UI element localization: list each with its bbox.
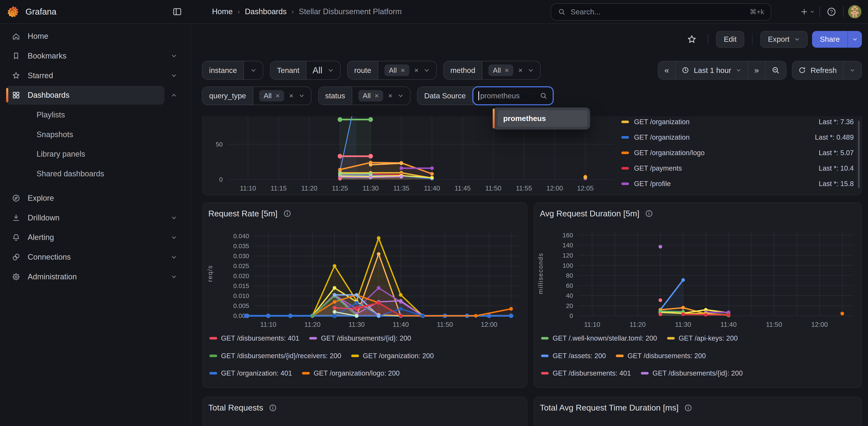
sidebar-item-starred[interactable]: Starred bbox=[6, 66, 164, 85]
legend-item[interactable]: GET /disbursements/{id}: 200 bbox=[641, 369, 743, 377]
filter-chevron[interactable] bbox=[250, 67, 257, 73]
legend-series-label[interactable]: GET /organization/logo bbox=[634, 149, 814, 157]
grafana-logo[interactable]: Grafana bbox=[6, 5, 56, 19]
chip-remove-icon[interactable]: × bbox=[375, 92, 379, 99]
time-shift-back-button[interactable]: « bbox=[658, 61, 675, 79]
legend-item[interactable]: GET /profile: 200 bbox=[294, 387, 358, 388]
sidebar-section-chevron[interactable] bbox=[164, 53, 183, 59]
sidebar-item-bookmarks[interactable]: Bookmarks bbox=[6, 47, 164, 65]
filter-chevron[interactable] bbox=[424, 67, 430, 73]
legend-item[interactable]: GET /disbursements/{id}/receivers: 200 bbox=[541, 387, 673, 388]
sidebar-section-chevron[interactable] bbox=[164, 92, 183, 98]
filter-pill-instance[interactable]: instance bbox=[202, 61, 263, 80]
datasource-search-input[interactable]: prometheus bbox=[472, 86, 554, 105]
sidebar-item-dashboards[interactable]: Dashboards bbox=[6, 86, 164, 105]
legend-series-label[interactable]: GET /organization bbox=[634, 118, 814, 126]
filter-pill-status[interactable]: statusAll×× bbox=[318, 87, 410, 105]
filter-value[interactable]: All×× bbox=[352, 87, 410, 105]
legend-item[interactable]: GET /disbursements: 401 bbox=[209, 334, 299, 342]
sidebar-collapse-icon[interactable] bbox=[171, 5, 183, 18]
sidebar-section-chevron[interactable] bbox=[164, 254, 183, 261]
share-menu-chevron[interactable] bbox=[847, 31, 862, 48]
legend-item[interactable]: GET /disbursements: 401 bbox=[541, 369, 631, 377]
sidebar-section-chevron[interactable] bbox=[164, 214, 183, 221]
legend-item[interactable]: GET /organization/logo: 200 bbox=[302, 369, 400, 377]
legend-item[interactable]: GET /disbursements/{id}: 200 bbox=[309, 334, 411, 342]
sidebar-item-playlists[interactable]: Playlists bbox=[6, 105, 164, 124]
filter-value[interactable]: All×× bbox=[482, 61, 540, 79]
legend-item[interactable]: GET /organization: 401 bbox=[209, 369, 292, 377]
panel-header[interactable]: Request Rate [5m] bbox=[208, 209, 291, 218]
sidebar-section-chevron[interactable] bbox=[164, 273, 183, 280]
favorite-star-button[interactable] bbox=[683, 31, 700, 48]
legend-row[interactable]: GET /organization/logoLast *: 5.07 bbox=[621, 145, 854, 160]
legend-series-label[interactable]: GET /profile bbox=[634, 180, 814, 188]
sidebar-section-chevron[interactable] bbox=[164, 234, 183, 241]
user-avatar[interactable] bbox=[848, 5, 862, 19]
value-chip[interactable]: All× bbox=[384, 64, 409, 76]
chip-remove-icon[interactable]: × bbox=[505, 67, 509, 74]
time-series-chart[interactable]: 02040608010012014016011:1011:2011:3011:4… bbox=[535, 224, 862, 332]
legend-item[interactable]: GET /assets: 200 bbox=[541, 352, 606, 360]
refresh-button[interactable]: Refresh bbox=[792, 61, 843, 79]
legend-item[interactable]: GET /profile: 401 bbox=[368, 387, 432, 388]
datasource-option-prometheus[interactable]: prometheus bbox=[498, 110, 587, 127]
filter-chevron[interactable] bbox=[299, 92, 305, 99]
chip-remove-icon[interactable]: × bbox=[401, 67, 405, 74]
legend-row[interactable]: GET /profileLast *: 15.8 bbox=[621, 176, 854, 191]
share-button[interactable]: Share bbox=[812, 31, 862, 48]
export-button[interactable]: Export bbox=[761, 31, 808, 48]
clear-all-icon[interactable]: × bbox=[289, 92, 293, 99]
sidebar-item-administration[interactable]: Administration bbox=[6, 267, 164, 286]
clear-all-icon[interactable]: × bbox=[414, 67, 418, 74]
legend-series-label[interactable]: GET /organization bbox=[634, 133, 810, 141]
info-icon[interactable] bbox=[684, 404, 692, 412]
sidebar-item-alerting[interactable]: Alerting bbox=[6, 228, 164, 247]
add-new-button[interactable] bbox=[800, 4, 815, 19]
value-chip[interactable]: All× bbox=[358, 90, 383, 102]
value-chip[interactable]: All× bbox=[489, 64, 514, 76]
panel-header[interactable]: Total Avg Request Time Duration [ms] bbox=[540, 403, 692, 413]
legend-scrollbar[interactable] bbox=[858, 121, 860, 188]
breadcrumb-home[interactable]: Home bbox=[212, 7, 233, 16]
time-shift-forward-button[interactable]: » bbox=[748, 61, 766, 79]
clear-all-icon[interactable]: × bbox=[518, 67, 523, 74]
time-range-picker[interactable]: Last 1 hour bbox=[676, 61, 748, 79]
filter-value[interactable]: All×× bbox=[253, 87, 311, 105]
sidebar-item-connections[interactable]: Connections bbox=[6, 248, 164, 267]
sidebar-item-shared-dashboards[interactable]: Shared dashboards bbox=[6, 164, 164, 183]
legend-row[interactable]: GET /organizationLast *: 7.36 bbox=[621, 116, 854, 130]
breadcrumb-dashboards[interactable]: Dashboards bbox=[245, 7, 286, 16]
panel-header[interactable]: Total Requests bbox=[208, 403, 277, 413]
filter-chevron[interactable] bbox=[397, 92, 404, 99]
datasource-picker[interactable]: Data Source prometheus bbox=[417, 87, 553, 105]
sidebar-item-home[interactable]: Home bbox=[6, 27, 164, 46]
legend-row[interactable]: GET /profileLast *: 1.44 bbox=[621, 191, 854, 195]
refresh-interval-chevron[interactable] bbox=[843, 61, 862, 79]
edit-button[interactable]: Edit bbox=[716, 31, 744, 48]
legend-row[interactable]: GET /paymentsLast *: 10.4 bbox=[621, 161, 854, 176]
legend-item[interactable]: GET /disbursements: 200 bbox=[616, 352, 706, 360]
filter-chevron[interactable] bbox=[527, 67, 534, 73]
sidebar-item-drilldown[interactable]: Drilldown bbox=[6, 208, 164, 227]
filter-pill-tenant[interactable]: TenantAll bbox=[270, 61, 341, 80]
info-icon[interactable] bbox=[283, 209, 291, 218]
legend-item[interactable]: GET /.well-known/stellar.toml: 200 bbox=[541, 334, 657, 342]
legend-item[interactable]: GET /organization: 200 bbox=[683, 387, 766, 388]
filter-pill-route[interactable]: routeAll×× bbox=[347, 61, 437, 80]
filter-value[interactable] bbox=[244, 61, 263, 79]
legend-series-label[interactable]: GET /payments bbox=[634, 164, 814, 172]
info-icon[interactable] bbox=[645, 209, 653, 218]
help-button[interactable]: ? bbox=[824, 4, 839, 19]
legend-item[interactable]: GET /disbursements/{id}/receivers: 200 bbox=[209, 352, 341, 360]
filter-chevron[interactable] bbox=[328, 67, 334, 73]
sidebar-item-explore[interactable]: Explore bbox=[6, 189, 164, 208]
sidebar-item-snapshots[interactable]: Snapshots bbox=[6, 125, 164, 144]
filter-pill-query_type[interactable]: query_typeAll×× bbox=[202, 87, 311, 105]
filter-pill-method[interactable]: methodAll×× bbox=[443, 61, 541, 80]
filter-value[interactable]: All bbox=[306, 61, 340, 79]
chip-remove-icon[interactable]: × bbox=[276, 92, 280, 99]
filter-value[interactable]: All×× bbox=[378, 61, 436, 79]
legend-item[interactable]: GET /organization: 200 bbox=[351, 352, 434, 360]
info-icon[interactable] bbox=[269, 404, 277, 412]
